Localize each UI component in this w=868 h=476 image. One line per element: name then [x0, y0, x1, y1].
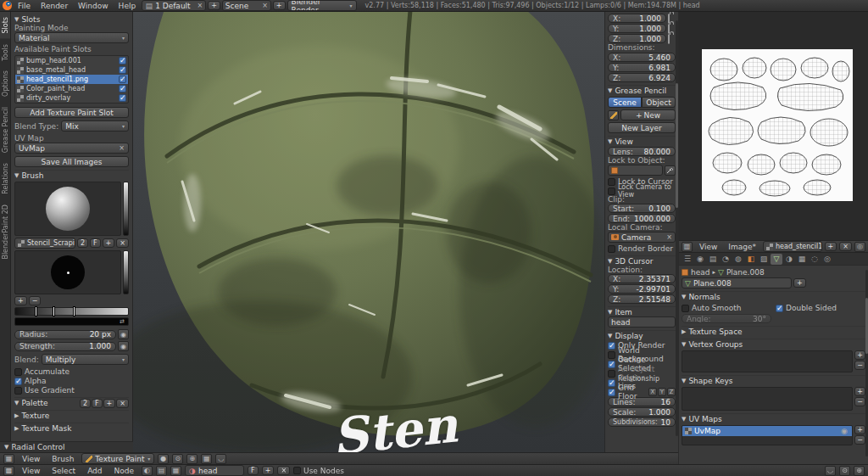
brush-preview-slider[interactable] — [123, 182, 129, 236]
eyedropper-icon[interactable] — [665, 165, 676, 176]
uv-map-dropdown[interactable]: UvMap × — [14, 143, 129, 154]
add-brush-button[interactable]: + — [103, 238, 115, 248]
add-layout-button[interactable]: + — [208, 1, 220, 10]
item-panel-header[interactable]: ▼ Item — [608, 306, 676, 316]
render-border-option[interactable]: Render Border — [608, 244, 676, 253]
slot-visibility-checkbox[interactable] — [119, 94, 126, 102]
select-menu[interactable]: Select — [47, 467, 80, 475]
editor-type-selector[interactable]: ▦ — [3, 454, 14, 464]
modifiers-tab[interactable]: ▨ — [758, 254, 770, 265]
unlink-palette-button[interactable]: × — [116, 399, 129, 408]
ramp-stop[interactable] — [53, 307, 54, 316]
add-scene-button[interactable]: + — [273, 1, 286, 10]
dimension-y-field[interactable]: Y:6.981 — [608, 63, 676, 72]
texture-panel-header[interactable]: ▶ Texture — [14, 410, 129, 420]
use-nodes-option[interactable]: Use Nodes — [293, 467, 344, 475]
scale-y-field[interactable]: Y:1.000 — [608, 24, 666, 33]
save-all-images-button[interactable]: Save All Images — [14, 156, 129, 167]
render-camera-icon[interactable]: ◉ — [839, 426, 849, 436]
object-tab[interactable]: ◧ — [745, 254, 757, 265]
grid-floor-option[interactable]: Grid Floor X Y Z — [608, 388, 676, 396]
auto-smooth-angle-field[interactable]: Angle: 30° — [682, 314, 771, 323]
add-data-button[interactable]: + — [793, 278, 806, 288]
lock-object-field[interactable] — [608, 165, 663, 176]
snap-icon[interactable]: ◡ — [215, 454, 226, 464]
add-vertex-group-button[interactable]: + — [854, 350, 865, 360]
brush-preview[interactable] — [14, 182, 121, 236]
fake-user-button[interactable]: F — [90, 238, 101, 248]
shape-keys-list[interactable] — [682, 387, 853, 411]
brush-menu[interactable]: Brush — [47, 455, 78, 463]
color-ramp[interactable] — [14, 307, 129, 316]
grid-scale-field[interactable]: Scale:1.000 — [608, 407, 676, 417]
gp-new-layer-button[interactable]: New Layer — [608, 122, 676, 133]
lock-to-cursor-checkbox[interactable] — [608, 178, 615, 186]
palette-panel-header[interactable]: ▼ Palette 2 F + × — [14, 397, 129, 407]
cursor-z-field[interactable]: Z:2.51548 — [608, 294, 676, 304]
alpha-option[interactable]: Alpha — [14, 377, 129, 385]
remove-vertex-group-button[interactable]: − — [854, 361, 865, 370]
material-fake-user-button[interactable]: F — [248, 466, 259, 475]
ramp-stop[interactable] — [36, 307, 36, 316]
menu-file[interactable]: File — [14, 2, 35, 10]
view-menu[interactable]: View — [695, 243, 721, 251]
mode-selector[interactable]: Texture Paint ▾ — [81, 453, 154, 464]
lens-field[interactable]: Lens:80.000 — [608, 147, 676, 156]
uv-image-editor[interactable] — [679, 12, 868, 240]
add-image-button[interactable]: + — [825, 242, 837, 251]
slot-visibility-checkbox[interactable] — [119, 57, 126, 64]
scale-z-field[interactable]: Z:1.000 — [608, 34, 666, 43]
strength-slider[interactable]: Strength: 1.000 — [14, 342, 116, 351]
auto-smooth-checkbox[interactable] — [682, 305, 689, 312]
material-tab[interactable]: ◑ — [783, 254, 795, 265]
dimension-z-field[interactable]: Z:6.924 — [608, 73, 676, 82]
accumulate-option[interactable]: Accumulate — [14, 367, 129, 376]
cursor-y-field[interactable]: Y:-2.99701 — [608, 284, 676, 294]
scene-selector[interactable]: Scene × — [222, 0, 271, 11]
uv-map-row-selected[interactable]: UvMap ◉ — [682, 426, 852, 436]
image-menu[interactable]: Image* — [724, 243, 760, 251]
flip-icon[interactable]: ⇄ — [118, 318, 126, 325]
slot-visibility-checkbox[interactable] — [119, 76, 126, 83]
tab-tools[interactable]: Tools — [0, 39, 11, 66]
gp-object-button[interactable]: Object — [642, 97, 676, 108]
mesh-name-field[interactable]: ▽ Plane.008 — [682, 277, 792, 288]
editor-type-selector[interactable]: ▥ — [682, 242, 693, 252]
ramp-color-swatch[interactable]: ⇄ — [14, 317, 129, 326]
tab-blenderpaint[interactable]: BlenderPaint 2D — [0, 199, 11, 265]
scrollbar[interactable] — [676, 20, 678, 436]
3d-viewport[interactable]: Sten — [133, 12, 604, 452]
painting-mode-dropdown[interactable]: Material ▾ — [14, 32, 129, 43]
pivot-point-icon[interactable]: ⊙ — [172, 454, 183, 464]
texture-nodes-icon[interactable]: ▦ — [170, 466, 181, 476]
radial-control-panel-header[interactable]: ▼ Radial Control — [0, 441, 133, 452]
paint-slot-row[interactable]: Color_paint_head — [15, 84, 128, 93]
brush-falloff-preview[interactable] — [14, 250, 121, 294]
local-camera-field[interactable]: Camera × — [608, 232, 676, 243]
clear-icon[interactable]: × — [119, 144, 125, 152]
add-material-button[interactable]: + — [262, 466, 275, 475]
world-tab[interactable]: ◍ — [732, 254, 744, 265]
object-data-tab[interactable]: ▽ — [771, 254, 782, 265]
tab-grease-pencil[interactable]: Grease Pencil — [0, 102, 11, 158]
clip-start-field[interactable]: Start:0.100 — [608, 204, 676, 213]
falloff-slider[interactable] — [123, 250, 129, 294]
texture-space-panel-header[interactable]: ▶ Texture Space — [682, 326, 865, 336]
gp-new-button[interactable]: +New — [620, 109, 676, 120]
all-object-origins-checkbox[interactable] — [608, 370, 615, 378]
relationship-lines-checkbox[interactable] — [608, 379, 615, 387]
material-datablock-field[interactable]: ◑ head — [185, 465, 244, 476]
grease-pencil-panel-header[interactable]: ▼ Grease Pencil — [608, 85, 676, 95]
paint-slot-row[interactable]: bump_head.001 — [15, 56, 128, 65]
lock-camera-checkbox[interactable] — [608, 188, 615, 195]
axis-z-toggle[interactable]: Z — [667, 388, 676, 396]
close-icon[interactable]: × — [262, 2, 268, 9]
axis-x-toggle[interactable]: X — [648, 388, 657, 396]
manipulator-icon[interactable]: ⊕ — [186, 454, 198, 464]
add-palette-button[interactable]: + — [103, 399, 116, 408]
menu-help[interactable]: Help — [114, 2, 141, 10]
add-menu[interactable]: Add — [83, 467, 106, 475]
dimension-x-field[interactable]: X:5.460 — [608, 53, 676, 62]
outline-selected-checkbox[interactable] — [608, 361, 615, 368]
axis-y-toggle[interactable]: Y — [658, 388, 666, 396]
